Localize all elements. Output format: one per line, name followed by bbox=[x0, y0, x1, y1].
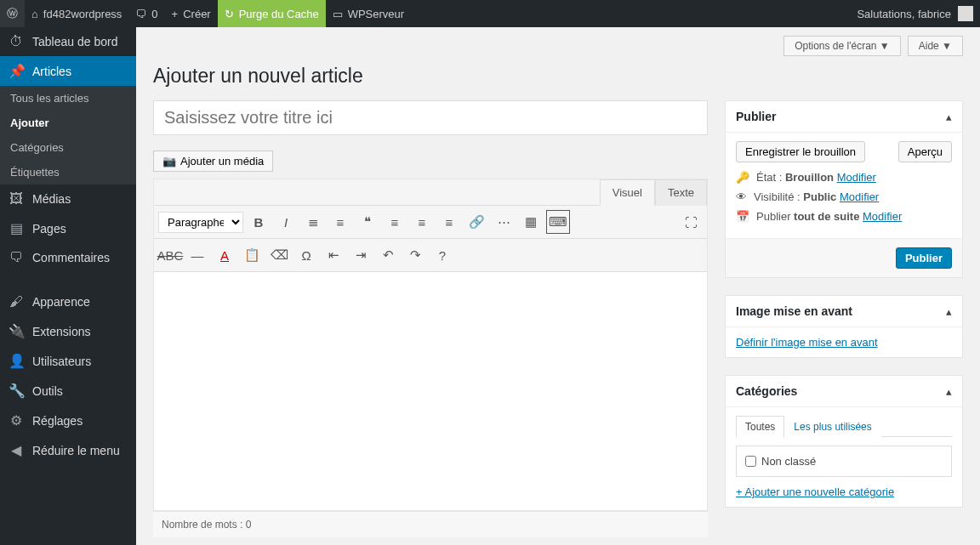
sidebar-item-dashboard[interactable]: ⏱Tableau de bord bbox=[0, 27, 136, 56]
featured-image-metabox: Image mise en avant▴ Définir l'image mis… bbox=[725, 295, 963, 358]
server-icon: ▭ bbox=[333, 8, 343, 20]
toolbar-toggle-button[interactable]: ▦ bbox=[519, 210, 543, 234]
align-right-button[interactable]: ≡ bbox=[437, 210, 461, 234]
set-featured-link[interactable]: Définir l'image mise en avant bbox=[736, 336, 878, 349]
sidebar-label: Articles bbox=[32, 65, 71, 78]
pin-icon: 📌 bbox=[9, 63, 24, 79]
preview-button[interactable]: Aperçu bbox=[898, 141, 952, 162]
user-menu[interactable]: Salutations, fabrice bbox=[850, 6, 980, 21]
word-count: Nombre de mots : 0 bbox=[153, 511, 708, 537]
post-title-input[interactable] bbox=[153, 100, 708, 135]
clear-format-button[interactable]: ⌫ bbox=[267, 243, 291, 267]
editor-content[interactable] bbox=[154, 272, 707, 510]
comments-link[interactable]: 🗨0 bbox=[128, 0, 164, 27]
pages-icon: ▤ bbox=[9, 220, 24, 236]
add-category-link[interactable]: + Ajouter une nouvelle catégorie bbox=[736, 485, 894, 498]
italic-button[interactable]: I bbox=[274, 210, 298, 234]
sliders-icon: ⚙ bbox=[9, 412, 24, 429]
hr-button[interactable]: — bbox=[185, 243, 209, 267]
sidebar-item-articles[interactable]: 📌Articles bbox=[0, 56, 136, 86]
editor-toolbar: Paragraphe B I ≣ ≡ ❝ ≡ ≡ ≡ 🔗 ⋯ ▦ ⌨ ⛶ bbox=[154, 206, 707, 239]
visibility-value: Public bbox=[803, 190, 836, 203]
refresh-icon: ↻ bbox=[225, 8, 234, 20]
create-label: Créer bbox=[183, 8, 211, 20]
special-char-button[interactable]: Ω bbox=[294, 243, 318, 267]
sidebar-sub-add[interactable]: Ajouter bbox=[0, 111, 136, 135]
sidebar-item-media[interactable]: 🖾Médias bbox=[0, 185, 136, 213]
schedule-edit-link[interactable]: Modifier bbox=[863, 210, 902, 223]
wrench-icon: 🔧 bbox=[9, 383, 24, 399]
chevron-up-icon: ▴ bbox=[946, 305, 952, 318]
schedule-value: tout de suite bbox=[794, 210, 859, 223]
help-button[interactable]: Aide ▼ bbox=[908, 36, 963, 56]
chevron-up-icon: ▴ bbox=[946, 111, 952, 123]
site-name-label: fd482wordpress bbox=[43, 8, 122, 20]
wp-logo[interactable]: ⓦ bbox=[0, 0, 25, 27]
category-checkbox[interactable] bbox=[745, 456, 756, 467]
screen-options-button[interactable]: Options de l'écran ▼ bbox=[783, 36, 901, 56]
categories-toggle[interactable]: Catégories▴ bbox=[726, 376, 962, 407]
featured-heading: Image mise en avant bbox=[736, 304, 852, 318]
purge-cache-button[interactable]: ↻Purge du Cache bbox=[218, 0, 326, 27]
sidebar-label: Outils bbox=[32, 384, 63, 398]
undo-button[interactable]: ↶ bbox=[376, 243, 400, 267]
sidebar-label: Utilisateurs bbox=[32, 355, 91, 368]
sidebar-item-settings[interactable]: ⚙Réglages bbox=[0, 406, 136, 435]
quote-button[interactable]: ❝ bbox=[356, 210, 379, 234]
indent-button[interactable]: ⇥ bbox=[349, 243, 373, 267]
wpserveur-link[interactable]: ▭WPServeur bbox=[326, 0, 411, 27]
category-item[interactable]: Non classé bbox=[745, 455, 943, 468]
keyboard-button[interactable]: ⌨ bbox=[546, 210, 570, 234]
redo-button[interactable]: ↷ bbox=[403, 243, 427, 267]
align-left-button[interactable]: ≡ bbox=[383, 210, 407, 234]
comments-count: 0 bbox=[151, 8, 157, 20]
visibility-label: Visibilité : bbox=[754, 190, 801, 203]
tab-text[interactable]: Texte bbox=[655, 179, 707, 206]
strike-button[interactable]: ABC bbox=[158, 243, 182, 267]
link-button[interactable]: 🔗 bbox=[464, 210, 488, 234]
cat-tab-most[interactable]: Les plus utilisées bbox=[784, 416, 880, 437]
format-select[interactable]: Paragraphe bbox=[158, 212, 243, 233]
tab-visual[interactable]: Visuel bbox=[600, 179, 655, 206]
status-edit-link[interactable]: Modifier bbox=[837, 171, 876, 184]
numbered-list-button[interactable]: ≡ bbox=[328, 210, 352, 234]
add-media-button[interactable]: 📷Ajouter un média bbox=[153, 150, 273, 172]
sidebar-item-appearance[interactable]: 🖌Apparence bbox=[0, 287, 136, 316]
paste-button[interactable]: 📋 bbox=[240, 243, 264, 267]
sidebar-sub-all[interactable]: Tous les articles bbox=[0, 86, 136, 111]
sidebar-item-pages[interactable]: ▤Pages bbox=[0, 213, 136, 243]
save-draft-button[interactable]: Enregistrer le brouillon bbox=[736, 141, 865, 162]
avatar bbox=[958, 6, 973, 21]
align-center-button[interactable]: ≡ bbox=[410, 210, 434, 234]
eye-icon: 👁 bbox=[736, 190, 747, 203]
sidebar-item-users[interactable]: 👤Utilisateurs bbox=[0, 346, 136, 376]
camera-icon: 📷 bbox=[162, 155, 176, 167]
plugin-icon: 🔌 bbox=[9, 323, 24, 339]
sidebar-item-plugins[interactable]: 🔌Extensions bbox=[0, 316, 136, 346]
help-icon-button[interactable]: ? bbox=[430, 243, 454, 267]
outdent-button[interactable]: ⇤ bbox=[322, 243, 345, 267]
sidebar-sub-categories[interactable]: Catégories bbox=[0, 135, 136, 160]
publish-toggle[interactable]: Publier▴ bbox=[726, 101, 962, 133]
help-label: Aide bbox=[919, 40, 939, 52]
sidebar-collapse[interactable]: ◀Réduire le menu bbox=[0, 435, 136, 465]
publish-button[interactable]: Publier bbox=[896, 247, 952, 269]
featured-toggle[interactable]: Image mise en avant▴ bbox=[726, 296, 962, 327]
visibility-edit-link[interactable]: Modifier bbox=[840, 190, 879, 203]
textcolor-button[interactable]: A bbox=[213, 243, 236, 267]
bold-button[interactable]: B bbox=[247, 210, 271, 234]
cat-tab-all[interactable]: Toutes bbox=[736, 416, 784, 437]
create-link[interactable]: +Créer bbox=[165, 0, 218, 27]
fullscreen-button[interactable]: ⛶ bbox=[679, 210, 703, 234]
sidebar-sub-tags[interactable]: Étiquettes bbox=[0, 160, 136, 185]
schedule-label: Publier bbox=[756, 210, 790, 223]
sidebar-item-tools[interactable]: 🔧Outils bbox=[0, 376, 136, 406]
bullet-list-button[interactable]: ≣ bbox=[301, 210, 325, 234]
chevron-up-icon: ▴ bbox=[946, 385, 952, 398]
site-link[interactable]: ⌂fd482wordpress bbox=[25, 0, 128, 27]
sidebar-label: Extensions bbox=[32, 325, 90, 338]
collapse-icon: ◀ bbox=[9, 442, 24, 458]
more-button[interactable]: ⋯ bbox=[492, 210, 516, 234]
comment-icon: 🗨 bbox=[135, 8, 146, 20]
sidebar-item-comments[interactable]: 🗨Commentaires bbox=[0, 243, 136, 272]
